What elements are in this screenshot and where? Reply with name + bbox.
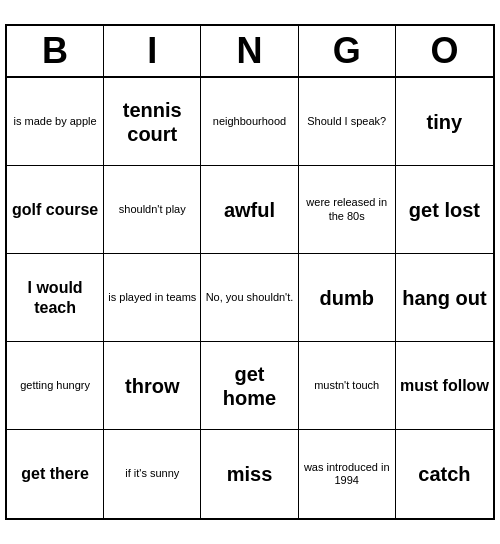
bingo-cell-18: mustn't touch bbox=[299, 342, 396, 430]
bingo-cell-14: hang out bbox=[396, 254, 493, 342]
header-letter-O: O bbox=[396, 26, 493, 76]
bingo-cell-20: get there bbox=[7, 430, 104, 518]
bingo-cell-19: must follow bbox=[396, 342, 493, 430]
bingo-cell-24: catch bbox=[396, 430, 493, 518]
bingo-cell-0: is made by apple bbox=[7, 78, 104, 166]
bingo-cell-5: golf course bbox=[7, 166, 104, 254]
header-letter-G: G bbox=[299, 26, 396, 76]
bingo-cell-7: awful bbox=[201, 166, 298, 254]
bingo-cell-8: were released in the 80s bbox=[299, 166, 396, 254]
bingo-cell-6: shouldn't play bbox=[104, 166, 201, 254]
bingo-cell-16: throw bbox=[104, 342, 201, 430]
bingo-cell-9: get lost bbox=[396, 166, 493, 254]
bingo-grid: is made by appletennis courtneighbourhoo… bbox=[7, 78, 493, 518]
header-letter-I: I bbox=[104, 26, 201, 76]
bingo-cell-10: I would teach bbox=[7, 254, 104, 342]
header-letter-N: N bbox=[201, 26, 298, 76]
bingo-cell-4: tiny bbox=[396, 78, 493, 166]
bingo-cell-12: No, you shouldn't. bbox=[201, 254, 298, 342]
bingo-cell-15: getting hungry bbox=[7, 342, 104, 430]
bingo-cell-11: is played in teams bbox=[104, 254, 201, 342]
bingo-cell-21: if it's sunny bbox=[104, 430, 201, 518]
bingo-cell-23: was introduced in 1994 bbox=[299, 430, 396, 518]
bingo-card: BINGO is made by appletennis courtneighb… bbox=[5, 24, 495, 520]
header-letter-B: B bbox=[7, 26, 104, 76]
bingo-cell-17: get home bbox=[201, 342, 298, 430]
bingo-cell-22: miss bbox=[201, 430, 298, 518]
bingo-cell-2: neighbourhood bbox=[201, 78, 298, 166]
bingo-cell-13: dumb bbox=[299, 254, 396, 342]
bingo-header: BINGO bbox=[7, 26, 493, 78]
bingo-cell-3: Should I speak? bbox=[299, 78, 396, 166]
bingo-cell-1: tennis court bbox=[104, 78, 201, 166]
